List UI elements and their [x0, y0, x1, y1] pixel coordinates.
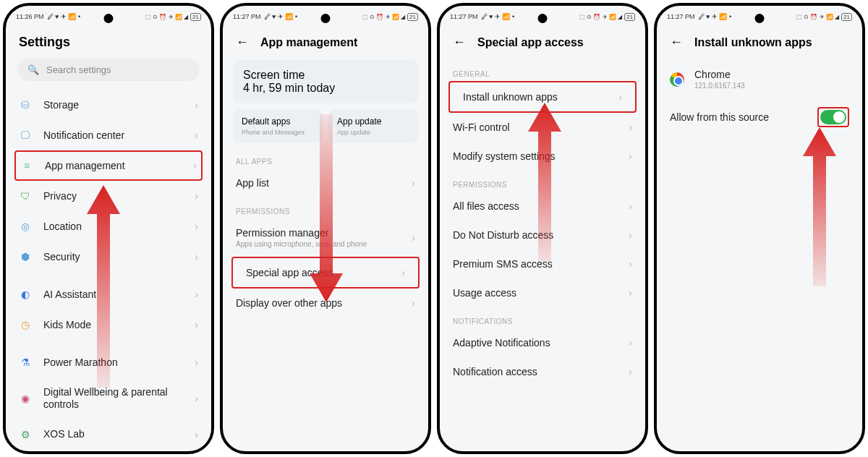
privacy-icon: 🛡 [19, 189, 32, 202]
settings-item-security[interactable]: ⬢Security› [6, 242, 211, 272]
section-header: PERMISSIONS [440, 171, 645, 192]
allow-from-source-row[interactable]: Allow from this source [657, 98, 862, 136]
chevron-right-icon: › [195, 319, 198, 330]
phone-install-unknown: 11:27 PM🖉 ♥ ✈ 📶 • ⬚ ⊙ ⏰ ✈ 📶 ◢21 ← Instal… [654, 3, 865, 454]
screen-time-card[interactable]: Screen time 4 hr, 59 min today [233, 60, 418, 103]
settings-item-storage[interactable]: ⛁Storage› [6, 90, 211, 120]
allow-toggle[interactable] [820, 110, 846, 124]
special-app-access-item[interactable]: Special app access › [231, 257, 420, 289]
chevron-right-icon: › [195, 429, 198, 440]
digital-wellbeing-parental-controls-icon: ◉ [19, 392, 32, 405]
chevron-right-icon: › [195, 190, 198, 202]
chevron-right-icon: › [195, 251, 198, 262]
install-unknown-apps-item[interactable]: Install unknown apps › [448, 81, 637, 113]
permission-manager-item[interactable]: Permission manager Apps using microphone… [223, 218, 428, 257]
settings-item-digital-wellbeing-parental-controls[interactable]: ◉Digital Wellbeing & parental controls› [6, 377, 211, 419]
back-button[interactable]: ← [453, 35, 466, 50]
chevron-right-icon: › [629, 366, 632, 377]
power-marathon-icon: ⚗ [19, 356, 32, 369]
storage-icon: ⛁ [19, 98, 32, 111]
kids-mode-icon: ◷ [19, 318, 32, 331]
settings-item-notification-center[interactable]: 🖵Notification center› [6, 120, 211, 150]
chevron-right-icon: › [195, 289, 198, 300]
premium-sms-item[interactable]: Premium SMS access › [440, 249, 645, 278]
xos-lab-icon: ⚙ [19, 428, 32, 441]
chevron-right-icon: › [401, 267, 405, 278]
modify-system-item[interactable]: Modify system settings › [440, 142, 645, 171]
app-row-chrome: Chrome 121.0.6167.143 [657, 60, 862, 98]
chevron-right-icon: › [629, 337, 632, 349]
chevron-right-icon: › [629, 287, 632, 299]
search-icon: 🔍 [27, 64, 39, 75]
section-header: GENERAL [440, 60, 645, 81]
chevron-right-icon: › [618, 91, 622, 103]
settings-item-app-management[interactable]: ≡App management› [14, 150, 203, 181]
chevron-right-icon: › [412, 177, 415, 189]
settings-item-ai-assistant[interactable]: ◐AI Assistant› [6, 279, 211, 309]
app-list-item[interactable]: App list › [223, 168, 428, 197]
wifi-control-item[interactable]: Wi-Fi control › [440, 113, 645, 142]
chrome-icon [670, 72, 684, 87]
section-header: PERMISSIONS [223, 197, 428, 218]
status-bar: 11:27 PM🖉 ♥ ✈ 📶 • ⬚ ⊙ ⏰ ✈ 📶 ◢21 [223, 6, 428, 26]
search-input[interactable]: 🔍 Search settings [17, 59, 200, 81]
back-button[interactable]: ← [236, 35, 249, 50]
chevron-right-icon: › [629, 229, 632, 241]
adaptive-notifications-item[interactable]: Adaptive Notifications › [440, 328, 645, 357]
phone-special-access: 11:27 PM🖉 ♥ ✈ 📶 • ⬚ ⊙ ⏰ ✈ 📶 ◢21 ← Specia… [437, 3, 648, 454]
chevron-right-icon: › [629, 200, 632, 212]
security-icon: ⬢ [19, 250, 32, 263]
display-over-apps-item[interactable]: Display over other apps › [223, 289, 428, 317]
settings-item-power-marathon[interactable]: ⚗Power Marathon› [6, 347, 211, 377]
chevron-right-icon: › [195, 356, 198, 368]
default-apps-card[interactable]: Default apps Phone and Messages [233, 109, 323, 143]
chevron-right-icon: › [195, 129, 198, 141]
status-bar: 11:26 PM🖉 ♥ ✈ 📶 • ⬚ ⊙ ⏰ ✈ 📶 ◢21 [6, 6, 211, 26]
settings-item-xos-lab[interactable]: ⚙XOS Lab› [6, 419, 211, 450]
location-icon: ◎ [19, 220, 32, 233]
chevron-right-icon: › [195, 221, 198, 232]
highlight-box [817, 107, 849, 127]
notification-center-icon: 🖵 [19, 129, 32, 142]
settings-item-privacy[interactable]: 🛡Privacy› [6, 181, 211, 211]
phone-settings: 11:26 PM🖉 ♥ ✈ 📶 • ⬚ ⊙ ⏰ ✈ 📶 ◢21 Settings… [3, 3, 214, 454]
chevron-right-icon: › [195, 393, 198, 404]
page-title: Install unknown apps [694, 36, 812, 49]
app-management-icon: ≡ [20, 159, 33, 172]
settings-item-location[interactable]: ◎Location› [6, 211, 211, 242]
chevron-right-icon: › [629, 258, 632, 270]
chevron-right-icon: › [195, 99, 198, 111]
ai-assistant-icon: ◐ [19, 288, 32, 301]
app-update-card[interactable]: App update App update [328, 109, 418, 143]
status-bar: 11:27 PM🖉 ♥ ✈ 📶 • ⬚ ⊙ ⏰ ✈ 📶 ◢21 [657, 6, 862, 26]
page-title: Settings [6, 27, 211, 59]
chevron-right-icon: › [193, 160, 197, 171]
section-header: NOTIFICATIONS [440, 307, 645, 328]
chevron-right-icon: › [629, 121, 632, 133]
back-button[interactable]: ← [670, 35, 683, 50]
chevron-right-icon: › [629, 150, 632, 162]
all-files-access-item[interactable]: All files access › [440, 192, 645, 221]
chevron-right-icon: › [412, 232, 415, 244]
usage-access-item[interactable]: Usage access › [440, 278, 645, 307]
phone-app-management: 11:27 PM🖉 ♥ ✈ 📶 • ⬚ ⊙ ⏰ ✈ 📶 ◢21 ← App ma… [220, 3, 431, 454]
page-title: Special app access [477, 36, 584, 49]
section-header: ALL APPS [223, 148, 428, 168]
settings-item-kids-mode[interactable]: ◷Kids Mode› [6, 309, 211, 340]
dnd-access-item[interactable]: Do Not Disturb access › [440, 221, 645, 249]
notification-access-item[interactable]: Notification access › [440, 357, 645, 386]
status-bar: 11:27 PM🖉 ♥ ✈ 📶 • ⬚ ⊙ ⏰ ✈ 📶 ◢21 [440, 6, 645, 26]
page-title: App management [260, 36, 357, 49]
chevron-right-icon: › [412, 297, 415, 309]
